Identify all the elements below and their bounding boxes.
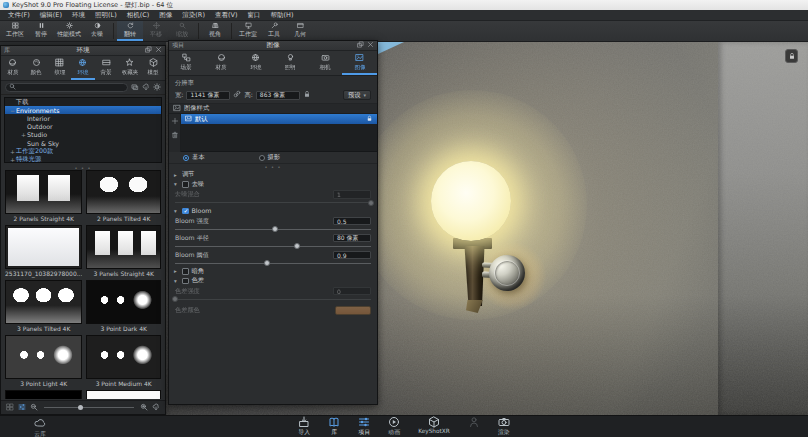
slider-knob[interactable] xyxy=(78,405,83,410)
project-tab-globe[interactable]: 环境 xyxy=(238,51,273,75)
slider-knob[interactable] xyxy=(294,243,300,249)
tree-item[interactable]: +Studio xyxy=(5,131,161,139)
cloud-download-icon[interactable] xyxy=(142,83,150,93)
tree-item[interactable]: Interior xyxy=(5,114,161,122)
menu-item[interactable]: 照明(L) xyxy=(91,10,121,21)
slider-knob[interactable] xyxy=(368,200,374,206)
folders-icon[interactable] xyxy=(131,83,139,93)
menu-item[interactable]: 窗口 xyxy=(243,10,264,21)
bottom-person-button[interactable] xyxy=(468,416,480,428)
float-window-icon[interactable] xyxy=(145,46,152,55)
zoom-in-icon[interactable] xyxy=(140,403,148,413)
zoom-out-icon[interactable] xyxy=(30,403,38,413)
style-lock-icon[interactable] xyxy=(366,115,373,123)
library-thumbnail[interactable]: 2 Panels Tilted 4K xyxy=(86,170,161,223)
thumbnail-zoom-slider[interactable] xyxy=(44,407,134,408)
bottom-render-button[interactable]: 渲染 xyxy=(498,416,510,437)
parameter-slider[interactable] xyxy=(175,263,371,264)
section-denoise[interactable]: ▾ 去噪 xyxy=(169,180,377,190)
parameter-slider[interactable] xyxy=(175,299,371,300)
menu-item[interactable]: 帮助(H) xyxy=(266,10,297,21)
parameter-value[interactable]: 0.5 xyxy=(333,217,371,226)
settings-icon[interactable] xyxy=(153,83,161,93)
menu-item[interactable]: 环境 xyxy=(68,10,89,21)
cloud-library-button[interactable]: 云库 xyxy=(34,417,46,437)
parameter-slider[interactable] xyxy=(175,202,371,203)
menu-item[interactable]: 相机(C) xyxy=(123,10,154,21)
tree-item[interactable]: −Environments xyxy=(5,106,161,114)
project-tab-picture[interactable]: 图像 xyxy=(342,51,377,75)
lock-badge[interactable] xyxy=(785,49,798,63)
library-thumbnail[interactable]: 3 Point Light 4K xyxy=(5,335,82,388)
menu-item[interactable]: 文件(F) xyxy=(4,10,34,21)
library-tab-sphere[interactable]: 材质 xyxy=(1,56,24,80)
list-view-icon[interactable] xyxy=(18,403,26,413)
menu-item[interactable]: 图像 xyxy=(155,10,176,21)
height-field[interactable]: 863 像素 xyxy=(256,91,300,100)
menu-item[interactable]: 编辑(E) xyxy=(36,10,66,21)
section-chroma[interactable]: ▾ 色差 xyxy=(169,276,377,286)
slider-knob[interactable] xyxy=(172,296,178,302)
project-tab-sphere[interactable]: 材质 xyxy=(204,51,239,75)
toolbar-button-rotate[interactable]: 翻转 xyxy=(117,21,143,41)
float-window-icon[interactable] xyxy=(357,41,364,50)
parameter-slider[interactable] xyxy=(175,229,371,230)
bottom-importbox-button[interactable]: 导入 xyxy=(298,416,310,437)
lock-resolution-icon[interactable] xyxy=(303,90,311,100)
grid-view-icon[interactable] xyxy=(6,403,14,413)
project-tab-bulb[interactable]: 照明 xyxy=(273,51,308,75)
project-tab-scene[interactable]: 场景 xyxy=(169,51,204,75)
parameter-value[interactable]: 1 xyxy=(333,190,371,199)
library-thumbnail[interactable]: 3 Panels Straight 4K xyxy=(86,225,161,278)
tree-expander[interactable]: + xyxy=(9,156,16,163)
close-icon[interactable] xyxy=(367,41,374,50)
bloom-checkbox[interactable] xyxy=(182,208,189,215)
project-tab-camera[interactable]: 相机 xyxy=(308,51,343,75)
tree-expander[interactable]: − xyxy=(9,107,16,114)
library-tab-star[interactable]: 收藏夹 xyxy=(118,56,141,80)
library-thumbnail[interactable]: 2 Panels Straight 4K xyxy=(5,170,82,223)
library-tab-cube[interactable]: 模型 xyxy=(142,56,165,80)
parameter-value[interactable]: 0.9 xyxy=(333,251,371,260)
library-thumbnail[interactable]: 2531170_10382978000... xyxy=(5,225,82,278)
parameter-slider[interactable] xyxy=(175,246,371,247)
toolbar-button-denoise[interactable]: 去噪 xyxy=(84,21,110,41)
tree-item[interactable]: 下载 xyxy=(5,98,161,106)
slider-knob[interactable] xyxy=(264,260,270,266)
presets-button[interactable]: 预设 xyxy=(343,90,371,100)
width-field[interactable]: 1141 像素 xyxy=(186,91,230,100)
library-thumbnail[interactable] xyxy=(86,390,161,399)
library-tab-palette[interactable]: 颜色 xyxy=(24,56,47,80)
library-thumbnail[interactable]: 3 Point Dark 4K xyxy=(86,280,161,333)
download-icon[interactable] xyxy=(152,403,160,413)
library-tab-backplate[interactable]: 背景 xyxy=(95,56,118,80)
slider-knob[interactable] xyxy=(272,226,278,232)
delete-style-icon[interactable] xyxy=(171,131,179,141)
toolbar-button-pause[interactable]: 暂停 xyxy=(28,21,54,41)
library-thumbnail[interactable] xyxy=(5,390,82,399)
mode-basic-radio[interactable]: 基本 xyxy=(183,153,205,162)
image-style-item[interactable]: 默认 xyxy=(181,114,377,124)
menu-item[interactable]: 渲染(R) xyxy=(178,10,209,21)
toolbar-button-monitor[interactable]: 工作室 xyxy=(235,21,261,41)
tree-expander[interactable]: + xyxy=(20,131,27,138)
toolbar-button-window[interactable]: 几何 xyxy=(287,21,313,41)
parameter-value[interactable]: 80 像素 xyxy=(333,234,371,243)
library-tab-globe[interactable]: 环境 xyxy=(71,56,94,80)
lamp-globe[interactable] xyxy=(431,161,511,241)
toolbar-button-grid[interactable]: 工作区 xyxy=(2,21,28,41)
toolbar-button-perspective[interactable]: 视角 xyxy=(202,21,228,41)
add-style-icon[interactable] xyxy=(171,117,179,127)
toolbar-button-search[interactable]: 缩放 xyxy=(169,21,195,41)
bottom-play-button[interactable]: 动画 xyxy=(388,416,400,437)
vignette-checkbox[interactable] xyxy=(182,268,189,275)
parameter-value[interactable]: 0 xyxy=(333,287,371,296)
project-header[interactable]: 项目 图像 xyxy=(169,41,377,51)
mode-photographic-radio[interactable]: 摄影 xyxy=(259,153,281,162)
bottom-sliders-button[interactable]: 项目 xyxy=(358,416,370,437)
library-tab-texture[interactable]: 纹理 xyxy=(48,56,71,80)
toolbar-button-gear[interactable]: 性能模式 xyxy=(54,21,84,41)
tree-expander[interactable]: + xyxy=(9,148,16,155)
menu-item[interactable]: 查看(V) xyxy=(211,10,242,21)
link-aspect-icon[interactable] xyxy=(233,90,241,100)
